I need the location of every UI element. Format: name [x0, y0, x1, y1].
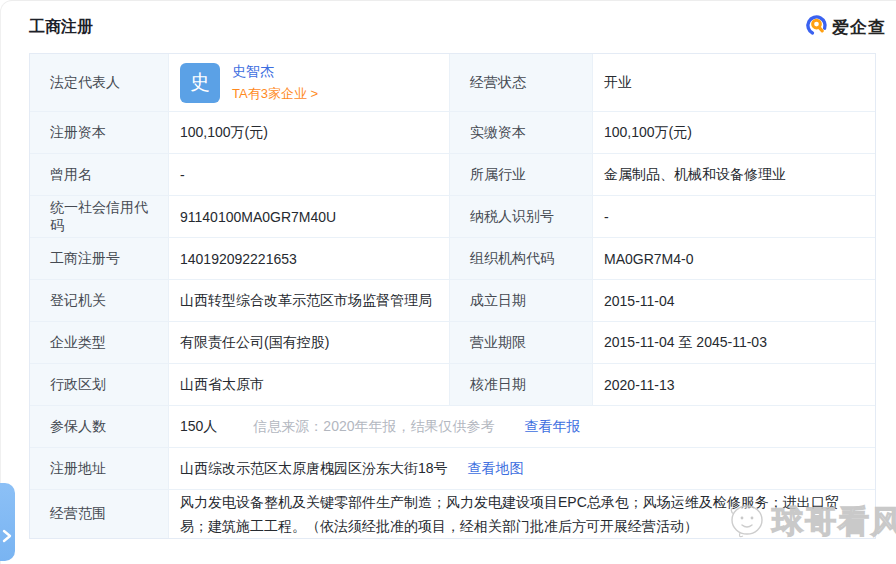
aiqicha-logo-icon [805, 14, 828, 41]
value-former-name: - [169, 154, 450, 196]
label-registered-address: 注册地址 [30, 448, 169, 490]
label-business-scope: 经营范围 [30, 490, 169, 538]
insured-staff-number: 150人 [180, 418, 217, 436]
value-enterprise-type: 有限责任公司(国有控股) [169, 322, 450, 364]
business-registration-card: 工商注册 爱企查 法定代表人 史 史智杰 TA有3家企业 > [0, 0, 896, 564]
insured-staff-source-note: 信息来源：2020年年报，结果仅供参考 [253, 418, 494, 436]
label-registration-authority: 登记机关 [30, 280, 169, 322]
view-annual-report-link[interactable]: 查看年报 [525, 418, 581, 436]
chevron-right-icon [1, 529, 13, 543]
person-avatar[interactable]: 史 [180, 63, 220, 103]
label-enterprise-type: 企业类型 [30, 322, 169, 364]
aiqicha-logo-text: 爱企查 [832, 16, 886, 39]
label-organization-code: 组织机构代码 [450, 238, 593, 280]
value-registered-capital: 100,100万(元) [169, 112, 450, 154]
label-administrative-division: 行政区划 [30, 364, 169, 406]
label-business-term: 营业期限 [450, 322, 593, 364]
value-administrative-division: 山西省太原市 [169, 364, 450, 406]
label-paid-in-capital: 实缴资本 [450, 112, 593, 154]
label-unified-social-credit-code: 统一社会信用代码 [30, 196, 169, 238]
label-former-name: 曾用名 [30, 154, 169, 196]
person-name-link[interactable]: 史智杰 [232, 63, 318, 81]
label-registered-capital: 注册资本 [30, 112, 169, 154]
value-business-term: 2015-11-04 至 2045-11-03 [593, 322, 875, 364]
side-panel-expand-tab[interactable] [0, 483, 15, 561]
registration-info-table: 法定代表人 史 史智杰 TA有3家企业 > 经营状态 开业 注册资本 100,1… [29, 53, 876, 539]
value-taxpayer-id: - [593, 196, 875, 238]
label-approval-date: 核准日期 [450, 364, 593, 406]
label-registration-number: 工商注册号 [30, 238, 169, 280]
value-insured-staff-count: 150人 信息来源：2020年年报，结果仅供参考 查看年报 [169, 406, 875, 448]
value-registered-address: 山西综改示范区太原唐槐园区汾东大街18号 查看地图 [169, 448, 875, 490]
value-approval-date: 2020-11-13 [593, 364, 875, 406]
label-operating-status: 经营状态 [450, 54, 593, 112]
label-legal-representative: 法定代表人 [30, 54, 169, 112]
value-business-scope: 风力发电设备整机及关键零部件生产制造；风力发电建设项目EPC总承包；风场运维及检… [169, 490, 875, 538]
value-unified-social-credit-code: 91140100MA0GR7M40U [169, 196, 450, 238]
value-legal-representative: 史 史智杰 TA有3家企业 > [169, 54, 450, 112]
registered-address-text: 山西综改示范区太原唐槐园区汾东大街18号 [180, 460, 448, 478]
person-companies-link[interactable]: TA有3家企业 > [232, 85, 318, 103]
value-paid-in-capital: 100,100万(元) [593, 112, 875, 154]
label-establishment-date: 成立日期 [450, 280, 593, 322]
value-registration-authority: 山西转型综合改革示范区市场监督管理局 [169, 280, 450, 322]
value-organization-code: MA0GR7M4-0 [593, 238, 875, 280]
card-header: 工商注册 爱企查 [1, 1, 896, 53]
label-insured-staff-count: 参保人数 [30, 406, 169, 448]
view-map-link[interactable]: 查看地图 [468, 460, 524, 478]
aiqicha-logo[interactable]: 爱企查 [805, 14, 886, 41]
value-registration-number: 140192092221653 [169, 238, 450, 280]
page-title: 工商注册 [29, 17, 93, 38]
label-industry: 所属行业 [450, 154, 593, 196]
legal-representative-person: 史 史智杰 TA有3家企业 > [180, 63, 318, 103]
value-operating-status: 开业 [593, 54, 875, 112]
value-industry: 金属制品、机械和设备修理业 [593, 154, 875, 196]
label-taxpayer-id: 纳税人识别号 [450, 196, 593, 238]
value-establishment-date: 2015-11-04 [593, 280, 875, 322]
